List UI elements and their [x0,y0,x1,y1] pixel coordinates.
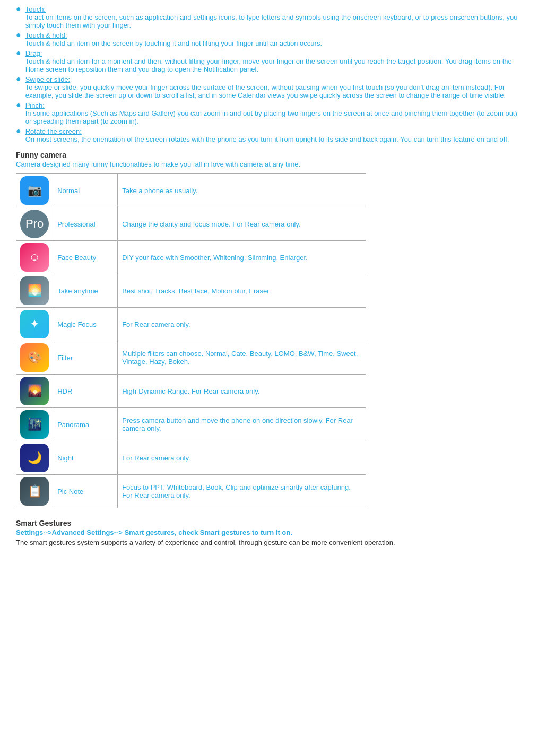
bullet-title: Pinch: [25,101,45,109]
camera-mode-desc: Press camera button and move the phone o… [118,408,366,441]
bullet-dot: ● [16,4,21,14]
camera-table: 📷NormalTake a phone as usually.ProProfes… [16,173,366,508]
camera-mode-name: Filter [53,341,118,375]
camera-mode-name: Take anytime [53,274,118,308]
camera-mode-icon: 🎨 [20,343,49,372]
table-row: 🌙NightFor Rear camera only. [16,441,366,475]
camera-mode-name: Magic Focus [53,308,118,341]
camera-mode-icon: 🌅 [20,276,49,305]
bullet-list: ● Touch: To act on items on the screen, … [16,5,522,143]
camera-icon-cell: 📷 [16,174,53,207]
camera-mode-desc: For Rear camera only. [118,308,366,341]
camera-mode-icon: 🌃 [20,410,49,439]
bullet-title: Drag: [25,49,42,57]
funny-camera-section: Funny cameraCamera designed many funny f… [16,151,522,508]
bullet-title: Swipe or slide: [25,75,71,83]
bullet-item: ● Rotate the screen: On most screens, th… [16,127,522,143]
camera-icon-cell: ✦ [16,308,53,341]
camera-mode-desc: Change the clarity and focus mode. For R… [118,207,366,241]
smart-gestures-title: Smart Gestures [16,519,522,527]
table-row: 🌃PanoramaPress camera button and move th… [16,408,366,441]
camera-mode-name: HDR [53,375,118,408]
camera-mode-name: Pic Note [53,475,118,508]
camera-mode-desc: Focus to PPT, Whiteboard, Book, Clip and… [118,475,366,508]
camera-mode-name: Normal [53,174,118,207]
bullet-desc: To act on items on the screen, such as a… [25,13,518,29]
bullet-desc: On most screens, the orientation of the … [25,135,509,143]
camera-mode-name: Panorama [53,408,118,441]
bullet-item: ● Swipe or slide: To swipe or slide, you… [16,75,522,99]
camera-mode-name: Face Beauty [53,241,118,274]
bullet-title: Touch & hold: [25,31,67,39]
camera-mode-icon: 📋 [20,477,49,506]
bullet-dot: ● [16,126,21,136]
camera-icon-cell: 🌙 [16,441,53,475]
table-row: 📷NormalTake a phone as usually. [16,174,366,207]
table-row: ☺Face BeautyDIY your face with Smoother,… [16,241,366,274]
camera-mode-icon: Pro [20,210,49,238]
funny-camera-title: Funny camera [16,151,522,159]
camera-mode-icon: ☺ [20,243,49,272]
bullet-dot: ● [16,74,21,84]
camera-mode-desc: Best shot, Tracks, Best face, Motion blu… [118,274,366,308]
camera-mode-icon: 🌄 [20,377,49,405]
smart-gestures-subtitle: Settings-->Advanced Settings--> Smart ge… [16,528,522,536]
camera-icon-cell: 🌃 [16,408,53,441]
funny-camera-desc: Camera designed many funny functionaliti… [16,160,522,168]
bullet-dot: ● [16,48,21,58]
table-row: 🌄HDRHigh-Dynamic Range. For Rear camera … [16,375,366,408]
bullet-dot: ● [16,30,21,40]
camera-mode-desc: High-Dynamic Range. For Rear camera only… [118,375,366,408]
smart-gestures-desc: The smart gestures system supports a var… [16,538,522,546]
camera-mode-name: Night [53,441,118,475]
bullet-desc: In some applications (Such as Maps and G… [25,109,517,125]
camera-mode-desc: Multiple filters can choose. Normal, Cat… [118,341,366,375]
bullet-item: ● Drag: Touch & hold an item for a momen… [16,49,522,73]
table-row: 🌅Take anytimeBest shot, Tracks, Best fac… [16,274,366,308]
camera-icon-cell: ☺ [16,241,53,274]
camera-icon-cell: 🎨 [16,341,53,375]
table-row: ✦Magic FocusFor Rear camera only. [16,308,366,341]
table-row: ProProfessionalChange the clarity and fo… [16,207,366,241]
bullet-title: Touch: [25,5,46,13]
camera-mode-icon: 📷 [20,176,49,205]
camera-icon-cell: 🌄 [16,375,53,408]
camera-mode-icon: ✦ [20,310,49,338]
table-row: 📋Pic NoteFocus to PPT, Whiteboard, Book,… [16,475,366,508]
bullet-item: ● Pinch: In some applications (Such as M… [16,101,522,125]
camera-mode-desc: DIY your face with Smoother, Whitening, … [118,241,366,274]
camera-mode-name: Professional [53,207,118,241]
bullet-desc: Touch & hold an item for a moment and th… [25,57,512,73]
bullet-desc: Touch & hold an item on the screen by to… [25,39,322,47]
bullet-desc: To swipe or slide, you quickly move your… [25,83,506,99]
camera-icon-cell: Pro [16,207,53,241]
smart-gestures-section: Smart GesturesSettings-->Advanced Settin… [16,519,522,546]
bullet-item: ● Touch & hold: Touch & hold an item on … [16,31,522,47]
camera-mode-icon: 🌙 [20,444,49,472]
camera-mode-desc: For Rear camera only. [118,441,366,475]
camera-icon-cell: 📋 [16,475,53,508]
camera-mode-desc: Take a phone as usually. [118,174,366,207]
bullet-item: ● Touch: To act on items on the screen, … [16,5,522,29]
table-row: 🎨FilterMultiple filters can choose. Norm… [16,341,366,375]
bullet-dot: ● [16,100,21,110]
camera-icon-cell: 🌅 [16,274,53,308]
bullet-title: Rotate the screen: [25,127,82,135]
